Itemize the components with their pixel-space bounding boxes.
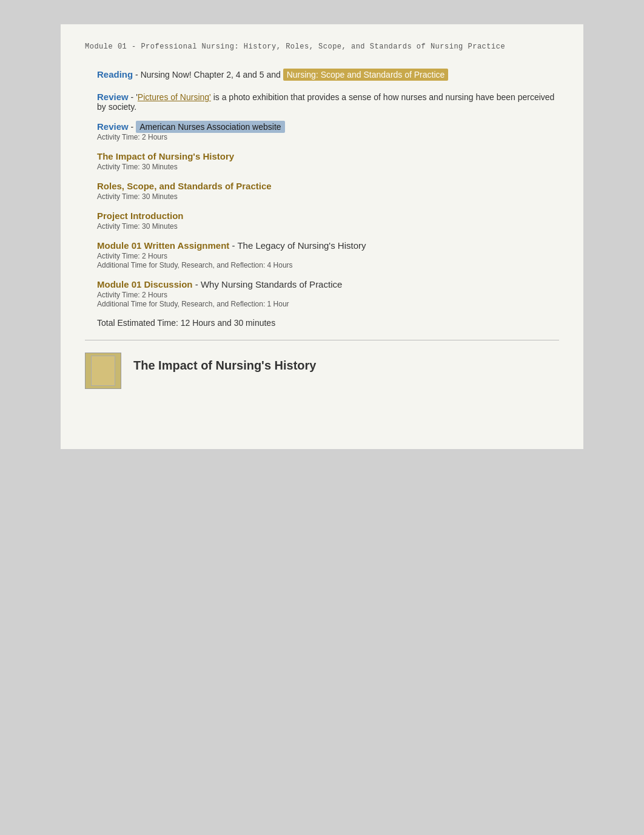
thumbnail: [85, 353, 121, 389]
review2-text1: -: [129, 122, 136, 132]
activity3-time: Activity Time: 30 Minutes: [97, 222, 559, 231]
reading-link[interactable]: Nursing: Scope and Standards of Practice: [283, 69, 449, 81]
assignment-link[interactable]: Module 01 Written Assignment: [97, 240, 229, 251]
activity3-link[interactable]: Project Introduction: [97, 211, 184, 221]
review2-block: Review - American Nurses Association web…: [97, 121, 559, 141]
reading-label: Reading: [97, 69, 133, 79]
review1-label: Review: [97, 92, 129, 102]
discussion-block: Module 01 Discussion - Why Nursing Stand…: [97, 279, 559, 308]
review2-link[interactable]: American Nurses Association website: [136, 121, 284, 133]
content-card: Module 01 - Professional Nursing: Histor…: [61, 24, 583, 449]
bottom-section: The Impact of Nursing's History: [85, 353, 559, 389]
review2-row: Review - American Nurses Association web…: [97, 121, 559, 132]
page-container: Module 01 - Professional Nursing: Histor…: [0, 0, 644, 473]
main-content: Reading - Nursing Now! Chapter 2, 4 and …: [97, 69, 559, 328]
discussion-link[interactable]: Module 01 Discussion: [97, 279, 193, 289]
discussion-additional-time: Additional Time for Study, Research, and…: [97, 300, 559, 308]
assignment-block: Module 01 Written Assignment - The Legac…: [97, 240, 559, 269]
activity2-block: Roles, Scope, and Standards of Practice …: [97, 181, 559, 201]
section-title: The Impact of Nursing's History: [133, 353, 316, 373]
reading-text1: - Nursing Now! Chapter 2, 4 and 5 and: [133, 70, 283, 79]
activity1-block: The Impact of Nursing's History Activity…: [97, 151, 559, 171]
activity1-time: Activity Time: 30 Minutes: [97, 163, 559, 171]
review1-row: Review - 'Pictures of Nursing' is a phot…: [97, 92, 559, 112]
review2-label: Review: [97, 121, 129, 132]
assignment-activity-time: Activity Time: 2 Hours: [97, 252, 559, 260]
assignment-row: Module 01 Written Assignment - The Legac…: [97, 240, 559, 251]
activity1-link[interactable]: The Impact of Nursing's History: [97, 151, 234, 161]
reading-row: Reading - Nursing Now! Chapter 2, 4 and …: [97, 69, 559, 79]
review2-activity-time: Activity Time: 2 Hours: [97, 133, 559, 141]
review1-text1: - ': [129, 92, 138, 102]
assignment-additional-time: Additional Time for Study, Research, and…: [97, 261, 559, 269]
thumbnail-inner: [91, 356, 115, 386]
total-time: Total Estimated Time: 12 Hours and 30 mi…: [97, 318, 559, 328]
review1-link[interactable]: Pictures of Nursing': [138, 92, 211, 102]
breadcrumb: Module 01 - Professional Nursing: Histor…: [85, 42, 559, 51]
discussion-row: Module 01 Discussion - Why Nursing Stand…: [97, 279, 559, 289]
section-divider: [85, 340, 559, 340]
assignment-text: - The Legacy of Nursing's History: [229, 240, 366, 251]
discussion-activity-time: Activity Time: 2 Hours: [97, 291, 559, 299]
activity3-block: Project Introduction Activity Time: 30 M…: [97, 211, 559, 231]
discussion-text: - Why Nursing Standards of Practice: [193, 279, 343, 289]
activity2-time: Activity Time: 30 Minutes: [97, 192, 559, 201]
activity2-link[interactable]: Roles, Scope, and Standards of Practice: [97, 181, 272, 191]
